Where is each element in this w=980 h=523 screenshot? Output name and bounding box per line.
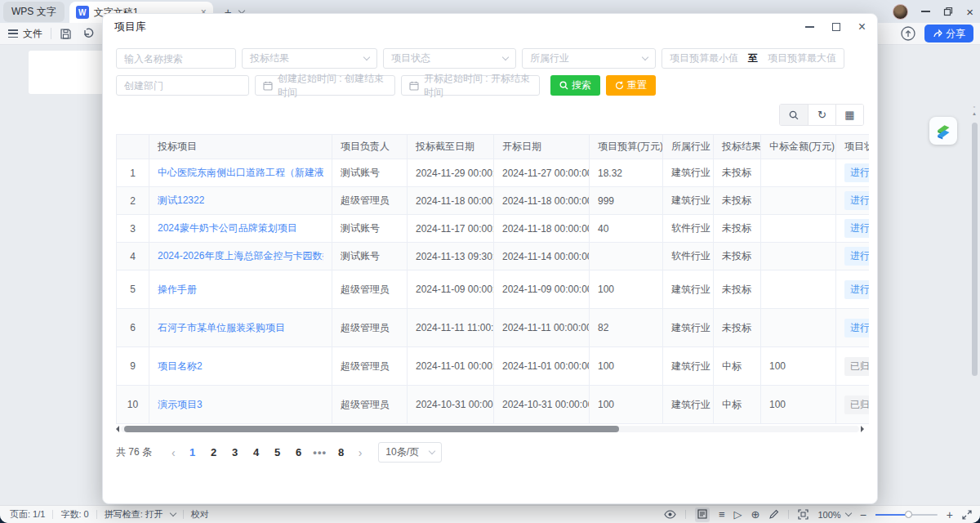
page-number[interactable]: 5 bbox=[267, 444, 288, 461]
name-search-input[interactable] bbox=[124, 53, 228, 65]
dialog-maximize-button[interactable] bbox=[832, 23, 840, 31]
search-icon bbox=[559, 81, 568, 90]
status-badge: 已归档 bbox=[844, 396, 869, 414]
project-link[interactable]: 测试12322 bbox=[158, 194, 204, 208]
vertical-scrollbar-thumb[interactable] bbox=[972, 123, 978, 376]
calendar-icon bbox=[263, 81, 273, 91]
zoom-slider[interactable] bbox=[875, 514, 938, 516]
cloud-sync-icon[interactable] bbox=[900, 25, 916, 42]
web-layout-icon[interactable]: ⊕ bbox=[751, 509, 760, 520]
page-number[interactable]: 1 bbox=[182, 444, 203, 461]
project-link[interactable]: 2024蒙牛奶卡公司品牌策划项目 bbox=[158, 221, 297, 235]
filter-panel: 投标结果 项目状态 所属行业 项目预算最小值 至 项目预算最大值 bbox=[103, 40, 877, 96]
scroll-right-arrow[interactable] bbox=[861, 426, 864, 432]
zoom-chevron-icon[interactable] bbox=[844, 510, 851, 516]
create-date-range-picker[interactable]: 创建起始时间 : 创建结束时间 bbox=[255, 75, 395, 96]
page-number[interactable]: 6 bbox=[288, 444, 310, 461]
writer-doc-icon: W bbox=[76, 6, 89, 19]
search-button[interactable]: 搜索 bbox=[550, 75, 600, 96]
undo-icon[interactable] bbox=[82, 28, 94, 40]
page-number[interactable]: 2 bbox=[203, 444, 225, 461]
reset-button[interactable]: 重置 bbox=[606, 75, 656, 96]
horizontal-scrollbar-thumb[interactable] bbox=[124, 426, 619, 432]
budget-max-input[interactable]: 项目预算最大值 bbox=[768, 51, 836, 65]
prev-page-button[interactable]: ‹ bbox=[165, 446, 182, 459]
table-row: 6石河子市某单位服装采购项目超级管理员2024-11-11 11:00:0020… bbox=[117, 309, 869, 347]
table-columns-icon[interactable]: ▦ bbox=[835, 105, 863, 125]
industry-select[interactable]: 所属行业 bbox=[522, 48, 656, 69]
create-dept-input[interactable] bbox=[124, 80, 241, 92]
page-number[interactable]: 4 bbox=[246, 444, 267, 461]
column-header: 投标结果 bbox=[714, 135, 761, 159]
dialog-title-bar: 项目库 × bbox=[103, 14, 877, 40]
word-count: 字数: 0 bbox=[60, 508, 88, 521]
table-body: 1中心医院东南侧出口道路工程（新建液氧站侧）测试账号2024-11-29 00:… bbox=[117, 159, 869, 424]
dialog-title: 项目库 bbox=[114, 20, 146, 34]
scroll-left-arrow[interactable] bbox=[116, 426, 119, 432]
fit-page-icon[interactable] bbox=[798, 509, 808, 520]
page-number[interactable]: 8 bbox=[331, 444, 352, 461]
table-row: 42024-2026年度上海总部金控与卡园数据中心食材供应项目测试账号2024-… bbox=[117, 243, 869, 270]
dialog-minimize-button[interactable] bbox=[805, 26, 814, 28]
column-header: 中标金额(万元) bbox=[761, 135, 836, 159]
status-badge: 进行中 bbox=[844, 280, 869, 299]
page-number[interactable]: 3 bbox=[225, 444, 246, 461]
open-date-range-picker[interactable]: 开标起始时间 : 开标结束时间 bbox=[401, 75, 540, 96]
page-size-select[interactable]: 10条/页 bbox=[378, 442, 442, 463]
wps-window: WPS 文字 W 文字文稿1 × + × 文件 bbox=[0, 0, 980, 523]
edit-pencil-icon[interactable] bbox=[768, 509, 779, 520]
project-link[interactable]: 2024-2026年度上海总部金控与卡园数据中心食材供应项目 bbox=[158, 249, 323, 263]
horizontal-scrollbar bbox=[116, 425, 864, 432]
window-minimize-button[interactable] bbox=[921, 11, 930, 12]
dialog-close-button[interactable]: × bbox=[858, 20, 866, 34]
zoom-in-button[interactable]: + bbox=[947, 508, 953, 521]
proofread-button[interactable]: 校对 bbox=[191, 508, 209, 521]
calendar-icon bbox=[409, 81, 419, 91]
project-link[interactable]: 中心医院东南侧出口道路工程（新建液氧站侧） bbox=[158, 166, 323, 180]
column-header: 投标截至日期 bbox=[408, 135, 494, 159]
user-avatar[interactable] bbox=[893, 4, 908, 20]
window-restore-button[interactable] bbox=[943, 7, 953, 16]
side-tool-icons[interactable]: ▫▴ bbox=[971, 104, 978, 117]
project-link[interactable]: 石河子市某单位服装采购项目 bbox=[158, 321, 285, 335]
menu-icon bbox=[8, 29, 18, 38]
zoom-slider-knob[interactable] bbox=[905, 511, 912, 518]
name-search-field[interactable] bbox=[116, 48, 236, 69]
play-view-icon[interactable]: ▷ bbox=[734, 509, 742, 520]
zoom-level[interactable]: 100% bbox=[817, 510, 840, 520]
project-library-dialog: 项目库 × 投标结果 项目状态 所属行业 bbox=[102, 13, 878, 504]
share-button[interactable]: 分享 bbox=[924, 25, 973, 42]
bid-result-select[interactable]: 投标结果 bbox=[242, 48, 377, 69]
share-icon bbox=[933, 29, 942, 38]
fullscreen-icon[interactable] bbox=[962, 510, 972, 520]
project-link[interactable]: 操作手册 bbox=[158, 283, 197, 297]
wps-home-button[interactable]: WPS 文字 bbox=[3, 2, 65, 22]
zoom-out-button[interactable]: − bbox=[860, 508, 866, 521]
next-page-button[interactable]: › bbox=[352, 446, 369, 459]
file-menu[interactable]: 文件 bbox=[8, 27, 42, 41]
eye-icon[interactable] bbox=[664, 510, 676, 519]
column-header: 投标项目 bbox=[149, 135, 332, 159]
table-row: 5操作手册超级管理员2024-11-09 00:00:002024-11-09 … bbox=[117, 270, 869, 309]
project-link[interactable]: 演示项目3 bbox=[158, 398, 203, 412]
create-dept-field[interactable] bbox=[116, 75, 249, 96]
column-header: 项目状态 bbox=[836, 135, 869, 159]
outline-view-icon[interactable]: ≡ bbox=[719, 509, 725, 520]
project-link[interactable]: 项目名称2 bbox=[158, 360, 203, 373]
pagination: 共 76 条 ‹ 123456•••8 › 10条/页 bbox=[116, 442, 864, 463]
status-badge: 进行中 bbox=[844, 319, 869, 337]
table-refresh-icon[interactable]: ↻ bbox=[808, 105, 835, 125]
project-status-select[interactable]: 项目状态 bbox=[383, 48, 516, 69]
chevron-down-icon bbox=[429, 448, 435, 454]
window-close-button[interactable]: × bbox=[966, 6, 973, 18]
budget-min-input[interactable]: 项目预算最小值 bbox=[670, 51, 738, 65]
spellcheck-toggle[interactable]: 拼写检查: 打开 bbox=[105, 508, 163, 521]
save-icon[interactable] bbox=[60, 28, 72, 40]
table-search-icon[interactable] bbox=[780, 105, 808, 125]
spellcheck-chevron-icon[interactable] bbox=[170, 510, 176, 516]
assistant-app-icon[interactable] bbox=[929, 117, 957, 145]
budget-range-field[interactable]: 项目预算最小值 至 项目预算最大值 bbox=[662, 48, 844, 69]
column-header: 项目负责人 bbox=[332, 135, 408, 159]
table-row: 9项目名称2超级管理员2024-11-01 00:00:002024-11-01… bbox=[117, 347, 869, 386]
page-view-icon[interactable] bbox=[695, 507, 710, 522]
